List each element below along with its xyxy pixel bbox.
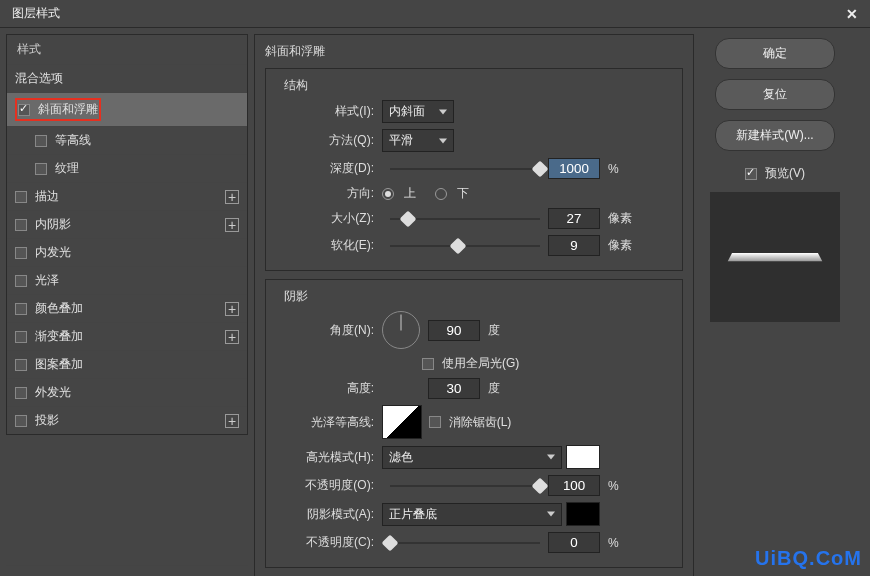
highlight-opacity-slider[interactable] <box>390 485 540 487</box>
highlight-mode-select[interactable]: 滤色 <box>382 446 562 469</box>
altitude-input[interactable] <box>428 378 480 399</box>
styles-header: 样式 <box>7 35 247 64</box>
shadow-opacity-input[interactable] <box>548 532 600 553</box>
plus-icon[interactable]: + <box>225 414 239 428</box>
sidebar-item-0[interactable]: 斜面和浮雕 <box>7 92 247 126</box>
shadow-title: 阴影 <box>284 288 674 305</box>
sidebar-item-label: 等高线 <box>55 132 91 149</box>
style-checkbox[interactable] <box>35 163 47 175</box>
sidebar-item-label: 外发光 <box>35 384 71 401</box>
shadow-mode-label: 阴影模式(A): <box>274 506 374 523</box>
reset-button[interactable]: 复位 <box>715 79 835 110</box>
style-checkbox[interactable] <box>15 303 27 315</box>
soften-input[interactable] <box>548 235 600 256</box>
soften-slider[interactable] <box>390 245 540 247</box>
shadow-mode-select[interactable]: 正片叠底 <box>382 503 562 526</box>
structure-title: 结构 <box>284 77 674 94</box>
blend-options-item[interactable]: 混合选项 <box>7 64 247 92</box>
style-checkbox[interactable] <box>15 387 27 399</box>
sidebar-item-9[interactable]: 图案叠加 <box>7 350 247 378</box>
style-label: 样式(I): <box>274 103 374 120</box>
new-style-button[interactable]: 新建样式(W)... <box>715 120 835 151</box>
style-checkbox[interactable] <box>15 219 27 231</box>
sidebar-item-2[interactable]: 纹理 <box>7 154 247 182</box>
sidebar-item-label: 渐变叠加 <box>35 328 83 345</box>
style-checkbox[interactable] <box>15 247 27 259</box>
technique-select[interactable]: 平滑 <box>382 129 454 152</box>
sidebar-item-10[interactable]: 外发光 <box>7 378 247 406</box>
global-light-label: 使用全局光(G) <box>442 355 519 372</box>
watermark: UiBQ.CoM <box>755 547 862 570</box>
depth-input[interactable] <box>548 158 600 179</box>
preview-shape <box>728 253 823 261</box>
sidebar-item-label: 斜面和浮雕 <box>38 101 98 118</box>
sidebar-item-label: 描边 <box>35 188 59 205</box>
plus-icon[interactable]: + <box>225 302 239 316</box>
shadow-opacity-label: 不透明度(C): <box>274 534 374 551</box>
direction-up-radio[interactable] <box>382 188 394 200</box>
style-checkbox[interactable] <box>15 359 27 371</box>
right-panel: 确定 复位 新建样式(W)... 预览(V) <box>700 34 850 576</box>
sidebar-item-label: 内发光 <box>35 244 71 261</box>
direction-label: 方向: <box>274 185 374 202</box>
styles-sidebar: 样式 混合选项 斜面和浮雕等高线纹理描边+内阴影+内发光光泽颜色叠加+渐变叠加+… <box>6 34 248 576</box>
sidebar-footer: fx。 🠕 🠗 🗑 <box>6 565 248 576</box>
sidebar-item-7[interactable]: 颜色叠加+ <box>7 294 247 322</box>
style-checkbox[interactable] <box>15 415 27 427</box>
antialias-label: 消除锯齿(L) <box>449 414 512 431</box>
sidebar-item-1[interactable]: 等高线 <box>7 126 247 154</box>
style-checkbox[interactable] <box>15 275 27 287</box>
titlebar: 图层样式 ✕ <box>0 0 870 28</box>
angle-label: 角度(N): <box>274 322 374 339</box>
altitude-label: 高度: <box>274 380 374 397</box>
sidebar-item-6[interactable]: 光泽 <box>7 266 247 294</box>
percent-unit: % <box>608 162 619 176</box>
window-title: 图层样式 <box>12 5 60 22</box>
sidebar-item-label: 光泽 <box>35 272 59 289</box>
technique-label: 方法(Q): <box>274 132 374 149</box>
options-panel: 斜面和浮雕 结构 样式(I): 内斜面 方法(Q): 平滑 深度(D): % 方… <box>254 34 694 576</box>
ok-button[interactable]: 确定 <box>715 38 835 69</box>
sidebar-item-4[interactable]: 内阴影+ <box>7 210 247 238</box>
preview-box <box>710 192 840 322</box>
soften-label: 软化(E): <box>274 237 374 254</box>
plus-icon[interactable]: + <box>225 190 239 204</box>
sidebar-item-3[interactable]: 描边+ <box>7 182 247 210</box>
sidebar-item-label: 投影 <box>35 412 59 429</box>
antialias-checkbox[interactable] <box>429 416 441 428</box>
size-input[interactable] <box>548 208 600 229</box>
sidebar-item-11[interactable]: 投影+ <box>7 406 247 434</box>
style-checkbox[interactable] <box>35 135 47 147</box>
bevel-section-title: 斜面和浮雕 <box>265 43 683 60</box>
sidebar-item-5[interactable]: 内发光 <box>7 238 247 266</box>
highlight-mode-label: 高光模式(H): <box>274 449 374 466</box>
size-slider[interactable] <box>390 218 540 220</box>
style-checkbox[interactable] <box>15 331 27 343</box>
depth-slider[interactable] <box>390 168 540 170</box>
style-checkbox[interactable] <box>18 104 30 116</box>
angle-wheel[interactable] <box>382 311 420 349</box>
highlight-opacity-input[interactable] <box>548 475 600 496</box>
highlight-color-swatch[interactable] <box>566 445 600 469</box>
sidebar-item-label: 内阴影 <box>35 216 71 233</box>
plus-icon[interactable]: + <box>225 330 239 344</box>
angle-input[interactable] <box>428 320 480 341</box>
sidebar-item-label: 纹理 <box>55 160 79 177</box>
sidebar-item-8[interactable]: 渐变叠加+ <box>7 322 247 350</box>
gloss-contour-label: 光泽等高线: <box>274 414 374 431</box>
shadow-opacity-slider[interactable] <box>390 542 540 544</box>
plus-icon[interactable]: + <box>225 218 239 232</box>
style-select[interactable]: 内斜面 <box>382 100 454 123</box>
highlight-opacity-label: 不透明度(O): <box>274 477 374 494</box>
global-light-checkbox[interactable] <box>422 358 434 370</box>
size-label: 大小(Z): <box>274 210 374 227</box>
sidebar-item-label: 图案叠加 <box>35 356 83 373</box>
depth-label: 深度(D): <box>274 160 374 177</box>
shadow-color-swatch[interactable] <box>566 502 600 526</box>
style-checkbox[interactable] <box>15 191 27 203</box>
close-icon[interactable]: ✕ <box>846 6 858 22</box>
gloss-contour-swatch[interactable] <box>382 405 422 439</box>
direction-down-radio[interactable] <box>435 188 447 200</box>
preview-checkbox[interactable] <box>745 168 757 180</box>
preview-label: 预览(V) <box>765 165 805 182</box>
